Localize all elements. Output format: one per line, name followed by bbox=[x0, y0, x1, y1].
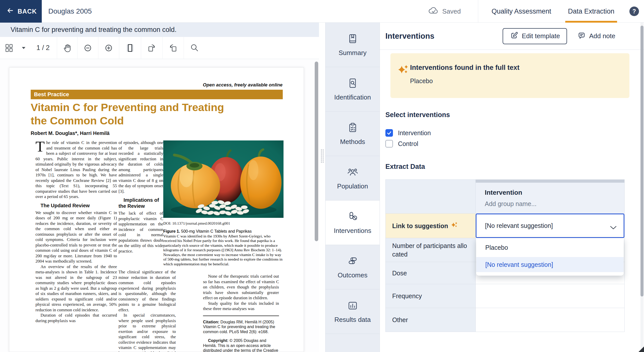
data-extraction-panel: Interventions Edit template Add note Int… bbox=[380, 23, 644, 352]
paragraph-text: he role of vitamin C in the prevention a… bbox=[35, 140, 117, 199]
bar-chart-icon bbox=[347, 300, 359, 312]
paragraph: None of the therapeutic trials carried o… bbox=[203, 274, 279, 301]
pdf-document-header-text: Vitamin C for preventing and treating th… bbox=[11, 26, 177, 34]
row-value-cell[interactable] bbox=[476, 284, 624, 308]
suggestion-select[interactable]: [No relevant suggestion] bbox=[476, 214, 624, 238]
page-indicator: 1 / 2 bbox=[29, 37, 57, 59]
back-label: BACK bbox=[18, 8, 37, 15]
paragraph: Study quality for the trials included in… bbox=[203, 301, 279, 312]
caret-down-icon[interactable] bbox=[18, 37, 29, 59]
nav-item-summary[interactable]: Summary bbox=[326, 23, 380, 67]
edit-pencil-icon bbox=[510, 31, 518, 41]
paper-heading: The Updated Review bbox=[35, 203, 117, 209]
rotate-counterclockwise-icon[interactable] bbox=[163, 37, 184, 59]
dropdown-option-no-relevant-suggestion[interactable]: [No relevant suggestion] bbox=[476, 257, 624, 272]
paper-figure: DOI: 10.1371/journal.pmed.0020168.g001 F… bbox=[163, 140, 284, 266]
citation-divider bbox=[203, 316, 279, 316]
checked-checkbox-icon bbox=[385, 129, 393, 137]
search-icon[interactable] bbox=[184, 37, 205, 59]
suggestion-title: Interventions found in the full text bbox=[410, 64, 519, 72]
paragraph: In special circumstances, where people u… bbox=[118, 313, 176, 352]
nav-item-label: Outcomes bbox=[338, 271, 368, 279]
edit-template-button[interactable]: Edit template bbox=[503, 28, 567, 44]
nav-item-results-data[interactable]: Results data bbox=[326, 289, 380, 334]
paper-column-2: of episodes, although one of the large t… bbox=[118, 140, 163, 254]
nav-item-label: Identification bbox=[334, 93, 371, 101]
paragraph: of episodes, although one of the large t… bbox=[118, 140, 163, 194]
hand-tool-icon[interactable] bbox=[57, 37, 77, 59]
figure-caption-body: Vitamin C was identified in the 1930s by… bbox=[163, 234, 283, 266]
paragraph: Duration of cold episodes that occurred … bbox=[35, 313, 117, 323]
citation: Citation: Douglas RM, Hemilä H (2005) Vi… bbox=[203, 320, 279, 334]
clipboard-checklist-icon bbox=[347, 122, 359, 134]
document-title: Douglas 2005 bbox=[48, 0, 92, 23]
panel-header: Interventions Edit template Add note bbox=[380, 23, 644, 50]
arrow-left-icon bbox=[7, 8, 14, 15]
suggestion-value: Placebo bbox=[410, 77, 433, 85]
zoom-in-icon[interactable] bbox=[98, 37, 119, 59]
paper-title-line1: Vitamin C for Preventing and Treating bbox=[31, 101, 224, 114]
table-rows-icon bbox=[347, 255, 359, 267]
paper-title: Vitamin C for Preventing and Treating th… bbox=[31, 101, 224, 127]
nav-item-identification[interactable]: Identification bbox=[326, 67, 380, 112]
chevron-down-icon bbox=[610, 224, 617, 231]
splitter-drag-handle-icon[interactable] bbox=[320, 149, 324, 163]
back-button[interactable]: BACK bbox=[0, 0, 42, 23]
intervention-column-header-cell[interactable]: Intervention Add group name... bbox=[476, 180, 624, 213]
rotate-clockwise-icon[interactable] bbox=[141, 37, 162, 59]
paper-section-banner: Best Practice bbox=[31, 90, 283, 99]
ai-suggestion-box: Interventions found in the full text Pla… bbox=[390, 53, 629, 98]
copyright: Copyright: © 2005 Douglas and Hemilä. Th… bbox=[203, 338, 279, 352]
fit-page-icon[interactable] bbox=[119, 37, 141, 59]
edit-template-label: Edit template bbox=[522, 32, 560, 40]
checkbox-label: Control bbox=[398, 140, 418, 147]
paragraph: The clinical significance of the minor r… bbox=[118, 269, 176, 313]
group-name-placeholder[interactable]: Add group name... bbox=[485, 200, 537, 208]
sparkles-small-icon bbox=[451, 222, 458, 230]
table-header-row: Intervention Add group name... bbox=[386, 180, 624, 214]
help-button[interactable]: ? bbox=[629, 7, 639, 16]
table-row: Other bbox=[386, 308, 624, 332]
column-scroll-strip bbox=[476, 180, 624, 183]
pdf-scrollbar[interactable] bbox=[315, 62, 318, 241]
add-note-button[interactable]: Add note bbox=[575, 28, 618, 44]
tab-data-extraction[interactable]: Data Extraction bbox=[565, 0, 617, 23]
tab-data-extraction-label: Data Extraction bbox=[568, 8, 615, 15]
row-label: Dose bbox=[386, 262, 476, 284]
pdf-viewer: Vitamin C for preventing and treating th… bbox=[0, 23, 325, 352]
row-label: Other bbox=[386, 308, 476, 332]
checkbox-control[interactable]: Control bbox=[385, 140, 418, 147]
unchecked-checkbox-icon bbox=[385, 140, 393, 147]
paragraph: The role of vitamin C in the prevention … bbox=[35, 140, 117, 199]
nav-item-interventions[interactable]: Interventions bbox=[326, 200, 380, 245]
suggestion-dropdown-menu: Placebo [No relevant suggestion] bbox=[476, 238, 624, 276]
paper-title-line2: the Common Cold bbox=[31, 114, 224, 127]
paper-column-2-continued: The clinical significance of the minor r… bbox=[118, 269, 176, 352]
row-label: Number of participants allocated bbox=[386, 238, 476, 262]
nav-item-methods[interactable]: Methods bbox=[326, 112, 380, 156]
column-header-title: Intervention bbox=[485, 189, 522, 196]
checkbox-intervention[interactable]: Intervention bbox=[385, 129, 431, 137]
book-bookmark-icon bbox=[347, 33, 359, 45]
header-label-cell bbox=[386, 180, 476, 213]
link-to-suggestion-row: Link to suggestion [No relevant suggesti… bbox=[386, 214, 624, 238]
zoom-out-icon[interactable] bbox=[77, 37, 98, 59]
nav-item-label: Results data bbox=[334, 316, 371, 324]
dropdown-option-placebo[interactable]: Placebo bbox=[476, 238, 624, 257]
figure-caption-title: 500-mg Vitamin C Tablets and Paprikas bbox=[181, 229, 252, 233]
tab-quality-assessment-label: Quality Assessment bbox=[492, 8, 551, 15]
tab-quality-assessment[interactable]: Quality Assessment bbox=[488, 0, 555, 23]
panel-splitter bbox=[319, 23, 325, 352]
nav-item-outcomes[interactable]: Outcomes bbox=[326, 245, 380, 289]
nav-item-label: Methods bbox=[340, 138, 365, 146]
pdf-page[interactable]: Open access, freely available online Bes… bbox=[9, 67, 304, 352]
figure-caption-label: Figure 1. bbox=[163, 229, 180, 233]
nav-item-label: Interventions bbox=[334, 227, 371, 235]
nav-item-population[interactable]: Population bbox=[326, 156, 380, 200]
saved-label: Saved bbox=[442, 8, 461, 15]
suggestion-select-value: [No relevant suggestion] bbox=[485, 222, 553, 229]
panel-scrollbar[interactable] bbox=[640, 26, 643, 296]
comment-note-icon bbox=[577, 31, 586, 41]
row-value-cell[interactable] bbox=[476, 308, 624, 332]
page-thumbnails-icon[interactable] bbox=[0, 37, 18, 59]
